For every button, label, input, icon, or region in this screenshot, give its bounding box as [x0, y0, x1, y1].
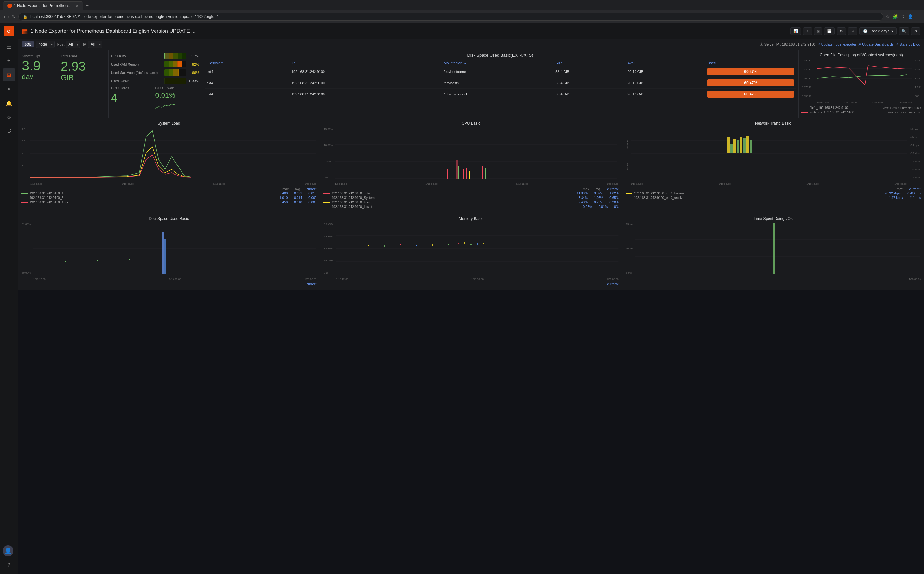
sidebar-add-icon[interactable]: +	[3, 54, 16, 67]
cpu-iowait-title: CPU IOwait	[156, 86, 200, 90]
clock-icon: 🕐	[863, 29, 868, 33]
system-load-legend: max avg current 192.168.31.242:9100_1m 3…	[21, 188, 316, 204]
total-ram-panel: Total RAM 2.93 GiB	[57, 50, 108, 118]
dashboard-title: ▦ 1 Node Exporter for Prometheus Dashboa…	[22, 27, 790, 35]
file-desc-legend: filefd_192.168.31.242:9100 Max: 1.728 K …	[801, 106, 921, 114]
svg-rect-13	[164, 69, 168, 76]
new-tab-button[interactable]: +	[83, 2, 91, 10]
host-select[interactable]: All	[66, 41, 80, 48]
job-label: JOB	[22, 41, 35, 47]
time-io-title: Time Spent Doing I/Os	[625, 216, 921, 221]
svg-rect-16	[177, 69, 179, 76]
blog-link[interactable]: ↗ StarslLs Blog	[896, 43, 920, 47]
settings-button[interactable]: ⚙	[837, 27, 846, 35]
update-dashboards-link[interactable]: ↗ Update Dashboards	[858, 43, 894, 47]
svg-rect-14	[168, 69, 173, 76]
sidebar-menu-icon[interactable]: ☰	[3, 40, 16, 53]
svg-point-70	[448, 244, 449, 245]
bookmark-icon[interactable]: ☆	[886, 14, 890, 19]
address-bar[interactable]: 🔒 localhost:3000/d/hb7fSE0Zz/1-node-expo…	[18, 13, 883, 20]
svg-rect-7	[182, 53, 186, 59]
uptime-value: 3.9	[22, 59, 53, 73]
col-mounted[interactable]: Mounted on ▲	[442, 60, 554, 66]
svg-rect-46	[730, 144, 733, 153]
memory-basic-legend: current▾	[323, 282, 619, 286]
star-button[interactable]: ☆	[803, 27, 812, 35]
usage-badge: 60.47%	[707, 68, 794, 75]
usage-badge: 60.47%	[707, 91, 794, 98]
svg-point-75	[483, 243, 485, 244]
charts-row-1: System Load 4.0 3.0 2.0 1.0 0	[18, 118, 924, 213]
monitor-button[interactable]: 🖥	[848, 27, 858, 35]
svg-rect-10	[173, 61, 177, 68]
cpu-busy-label-0: CPU Busy	[111, 54, 162, 58]
sidebar-alerts-icon[interactable]: 🔔	[3, 97, 16, 110]
col-used[interactable]: Used	[705, 60, 796, 66]
job-select[interactable]: node	[36, 41, 55, 48]
sidebar-profile-icon[interactable]: 👤	[3, 546, 14, 556]
table-row: ext4 192.168.31.242:9100 /etc/resolv.con…	[205, 89, 796, 100]
svg-rect-45	[727, 137, 730, 153]
svg-rect-60	[164, 239, 167, 274]
browser-tab[interactable]: 1 Node Exporter for Prometheus... ✕	[3, 1, 83, 10]
sidebar-help-icon[interactable]: ?	[3, 559, 16, 572]
search-button[interactable]: 🔍	[899, 27, 909, 35]
chart-button[interactable]: 📊	[790, 27, 801, 35]
svg-rect-50	[743, 138, 746, 153]
tab-close-btn[interactable]: ✕	[76, 4, 79, 8]
disk-space-title: Disk Space Used Basic	[21, 216, 316, 221]
cpu-busy-label-2: Used Max Mount(/etc/hostname)	[111, 71, 162, 74]
cpu-cores-value: 4	[111, 91, 155, 105]
cpu-busy-value-0: 1.7%	[188, 54, 199, 58]
topbar: ▦ 1 Node Exporter for Prometheus Dashboa…	[18, 24, 924, 39]
network-traffic-legend: max current▾ 192.168.31.242:9100_eth0_tr…	[625, 188, 921, 200]
server-ip-info: ⓘ Server IP : 192.168.31.242:9100	[760, 42, 815, 47]
sidebar-explore-icon[interactable]: ✦	[3, 83, 16, 95]
svg-point-74	[477, 243, 478, 244]
memory-basic-title: Memory Basic	[323, 216, 619, 221]
col-avail[interactable]: Avail	[625, 60, 705, 66]
back-button[interactable]: ‹	[4, 14, 5, 19]
menu-icon[interactable]: ⋮	[916, 14, 920, 19]
svg-point-65	[368, 244, 369, 246]
sidebar-settings-icon[interactable]: ⚙	[3, 111, 16, 124]
cpu-basic-panel: CPU Basic 15.00% 10.00% 5.00% 0%	[320, 118, 622, 213]
svg-rect-48	[737, 140, 739, 153]
table-row: ext4 192.168.31.242:9100 /etc/hostname 5…	[205, 66, 796, 77]
reload-button[interactable]: ↻	[12, 14, 16, 19]
update-exporter-link[interactable]: ↗ Update node_exporter	[817, 43, 856, 47]
network-traffic-panel: Network Traffic Basic receive transmit 5…	[622, 118, 924, 213]
svg-rect-15	[173, 69, 177, 76]
cpu-iowait-value: 0.01%	[156, 91, 200, 99]
sidebar-shield-icon[interactable]: 🛡	[3, 125, 16, 138]
time-io-panel: Time Spent Doing I/Os 15 ms 10 ms 5 ms	[622, 213, 924, 290]
svg-rect-2	[164, 53, 165, 59]
save-button[interactable]: 💾	[824, 27, 835, 35]
grafana-logo[interactable]: G	[4, 26, 14, 36]
profile-icon[interactable]: 👤	[908, 14, 913, 19]
forward-button[interactable]: ›	[8, 14, 9, 19]
shield-icon[interactable]: 🛡	[900, 14, 905, 19]
refresh-button[interactable]: ↻	[911, 27, 920, 35]
svg-point-69	[432, 244, 433, 246]
col-size[interactable]: Size	[554, 60, 625, 66]
ip-select[interactable]: All	[88, 41, 102, 48]
ram-title: Total RAM	[61, 54, 104, 58]
system-uptime-panel: System Upt... 3.9 dav	[18, 50, 57, 118]
url-text: localhost:3000/d/hb7fSE0Zz/1-node-export…	[30, 14, 219, 19]
time-picker[interactable]: 🕐 Last 2 days ▾	[859, 27, 897, 35]
col-filesystem[interactable]: Filesystem	[205, 60, 290, 66]
cpu-basic-legend: max avg current▾ 192.168.31.242:9100_Tot…	[323, 188, 619, 208]
svg-rect-9	[168, 61, 173, 68]
uptime-title: System Upt...	[22, 54, 53, 58]
svg-rect-59	[162, 232, 164, 274]
svg-rect-8	[164, 61, 168, 68]
sidebar-dashboards-icon[interactable]: ⊞	[3, 68, 16, 81]
system-load-panel: System Load 4.0 3.0 2.0 1.0 0	[18, 118, 320, 213]
svg-point-67	[400, 244, 401, 245]
share-button[interactable]: ⎘	[814, 27, 822, 35]
cpu-cores-mini: CPU Cores 4	[111, 86, 155, 110]
extensions-icon[interactable]: 🧩	[893, 14, 898, 19]
svg-rect-18	[164, 78, 186, 84]
col-ip[interactable]: IP	[290, 60, 442, 66]
